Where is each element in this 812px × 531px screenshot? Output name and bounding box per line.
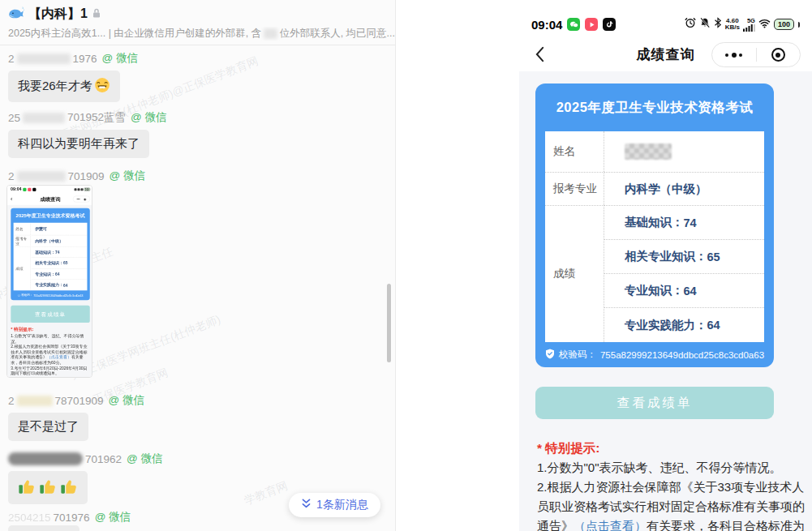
grinning-face-icon [94,77,110,96]
tips-title: * 特别提示: [537,439,808,458]
mini-score-card: 2025年度卫生专业技术资格考试 姓名 伊慧可 报考专业 内科学（中级） 成绩 … [11,208,89,300]
message-sender: 2504215 701976 @ 微信 [8,510,131,525]
douyin-app-icon [603,18,616,31]
message-bubble: 是不是过了 [8,413,88,441]
checksum-bar: 校验码：755a82999213649ddbcd25c8c3cd0a63 [535,342,774,367]
wechat-tag: @ 微信 [131,110,166,125]
mini-nav-bar: ‹ 成绩查询 •••◉ [7,193,92,205]
chat-message: 701962 @ 微信 [8,452,163,504]
message-sender: 25 701952蓝雪 @ 微信 [8,110,167,125]
chat-title: 【内科】1 [28,6,88,23]
chat-message: 2 1976 @ 微信 我要26年才考 [8,51,138,102]
score-card: 2025年度卫生专业技术资格考试 姓名 报考专业 内科学（中级） 成绩 基础知识… [535,84,774,367]
clock-time: 09:04 [531,18,562,32]
blurred-member-count [264,28,277,39]
message-bubble [8,471,88,504]
nav-bar: 成绩查询 [519,39,812,70]
wechat-app-icon [567,18,580,31]
message-sender: 2 701909 @ 微信 [8,169,145,183]
mini-tips: * 特别提示: 1.分数为"0"表示缺考、违纪、不得分等情况。 2.根据人力资源… [11,327,89,376]
click-to-view-link[interactable]: （点击查看） [574,519,647,531]
special-tips: * 特别提示: 1.分数为"0"表示缺考、违纪、不得分等情况。 2.根据人力资源… [537,439,808,531]
message-sender: 2 78701909 @ 微信 [8,393,144,408]
thumbs-up-icon [18,477,36,498]
mini-capsule: •••◉ [73,196,90,203]
score-row: 专业知识：64 [604,273,764,307]
status-bar: 09:04 4.60 KB/s 5G [519,14,812,35]
wechat-tag: @ 微信 [109,393,144,408]
wechat-tag: @ 微信 [102,51,138,66]
wifi-icon [758,17,771,32]
chat-scrollbar[interactable] [387,284,391,362]
watermark-text: 学教育网 [243,479,290,509]
wechat-app-icon [23,187,26,191]
view-report-button[interactable]: 查看成绩单 [535,387,774,419]
message-sender: 2 1976 @ 微信 [8,51,138,66]
wechat-tag: @ 微信 [110,169,145,183]
thumbs-up-icon [60,477,78,498]
name-value-blurred [604,131,764,172]
major-label: 报考专业 [545,172,604,205]
blurred-name [17,54,71,64]
score-label: 成绩 [545,205,604,342]
lock-icon [92,7,101,22]
whale-emoji-icon [8,6,24,23]
double-chevron-down-icon [301,498,311,512]
bluetooth-icon [714,17,722,32]
name-label: 姓名 [545,131,604,172]
blurred-name [23,113,65,123]
blurred-name [17,396,53,406]
score-page-content: 2025年度卫生专业技术资格考试 姓名 报考专业 内科学（中级） 成绩 基础知识… [519,71,812,531]
score-table: 姓名 报考专业 内科学（中级） 成绩 基础知识：74 相关专业知识：65 专业知… [545,131,764,342]
message-bubble: 我要26年才考 [8,71,120,102]
chat-header: 【内科】1 2025内科主治高效1... | 由企业微信用户创建的外部群, 含 … [0,0,395,45]
close-miniprogram-button[interactable] [757,43,801,66]
blurred-name [8,452,83,465]
mute-bell-icon [699,17,711,32]
miniprogram-capsule [711,42,801,67]
video-app-icon [585,18,598,31]
message-bubble [8,525,79,531]
chat-subtitle: 2025内科主治高效1... | 由企业微信用户创建的外部群, 含 位外部联系人… [8,27,395,41]
thumbs-up-icon [39,477,57,498]
major-value: 内科学（中级） [604,172,764,205]
mini-name-value: 伊慧可 [31,223,88,235]
shield-check-icon [545,349,555,361]
network-speed: 4.60 KB/s [725,18,740,32]
message-bubble: 科四以为要明年再来了 [8,130,149,158]
new-message-pill[interactable]: 1条新消息 [289,493,380,517]
chat-message: 25 701952蓝雪 @ 微信 科四以为要明年再来了 [8,110,167,158]
battery-icon: 100 [774,19,794,30]
wechat-tag: @ 微信 [127,452,162,466]
douyin-app-icon [32,187,36,191]
blurred-name [17,171,66,182]
video-app-icon [28,187,31,191]
battery-nub [798,22,800,28]
mini-checksum: 🛡校验码：755a82999213649ddbcd25c8c3cd0a63 [11,290,89,300]
mini-status-bar: 09:04 100 [7,186,92,193]
score-row: 基础知识：74 [604,205,764,239]
wechat-tag: @ 微信 [95,510,131,525]
score-row: 相关专业知识：65 [604,239,764,273]
cellular-signal-icon: 5G [743,18,755,32]
message-sender: 701962 @ 微信 [8,452,163,466]
alarm-icon [685,17,696,32]
chat-message: 2 78701909 @ 微信 是不是过了 [8,393,144,441]
score-screenshot-thumbnail[interactable]: 09:04 100 ‹ 成绩查询 •••◉ 2025年度卫生专业技术资格考试 姓 [6,185,92,378]
wechat-chat-pane: 正保医学网班主任(杜仲老师)@正保医学教育网 杜仲老师-正保医学网班主任 师-正… [0,0,396,531]
mini-view-report-button: 查看成绩单 [11,306,89,323]
more-options-button[interactable] [712,43,756,66]
exam-title: 2025年度卫生专业技术资格考试 [535,84,774,131]
phone-screenshot: 09:04 4.60 KB/s 5G [519,0,812,531]
score-row: 专业实践能力：64 [604,307,764,342]
